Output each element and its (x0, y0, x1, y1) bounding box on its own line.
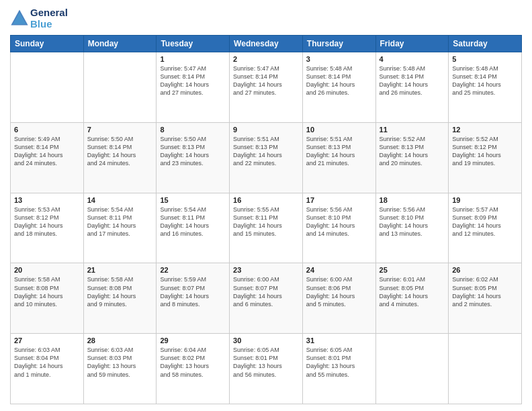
weekday-header-tuesday: Tuesday (157, 36, 230, 52)
day-number: 1 (160, 55, 226, 63)
cell-content: Sunrise: 5:50 AM Sunset: 8:14 PM Dayligh… (87, 135, 153, 168)
weekday-header-row: SundayMondayTuesdayWednesdayThursdayFrid… (11, 36, 522, 52)
calendar-cell: 27Sunrise: 6:03 AM Sunset: 8:04 PM Dayli… (11, 334, 84, 404)
day-number: 4 (380, 55, 445, 63)
day-number: 9 (233, 126, 299, 134)
calendar-week-3: 13Sunrise: 5:53 AM Sunset: 8:12 PM Dayli… (11, 193, 522, 263)
day-number: 24 (306, 266, 372, 274)
calendar-cell: 4Sunrise: 5:48 AM Sunset: 8:14 PM Daylig… (375, 52, 449, 123)
calendar-table: SundayMondayTuesdayWednesdayThursdayFrid… (10, 35, 522, 404)
day-number: 2 (233, 55, 299, 63)
weekday-header-saturday: Saturday (449, 36, 522, 52)
logo-icon (10, 9, 29, 28)
calendar-week-4: 20Sunrise: 5:58 AM Sunset: 8:08 PM Dayli… (11, 263, 522, 334)
day-number: 11 (380, 126, 445, 134)
cell-content: Sunrise: 5:50 AM Sunset: 8:13 PM Dayligh… (160, 135, 226, 168)
calendar-cell: 31Sunrise: 6:05 AM Sunset: 8:01 PM Dayli… (302, 334, 375, 404)
day-number: 29 (160, 336, 226, 345)
cell-content: Sunrise: 5:52 AM Sunset: 8:12 PM Dayligh… (452, 135, 518, 168)
calendar-cell: 23Sunrise: 6:00 AM Sunset: 8:07 PM Dayli… (230, 263, 303, 334)
calendar-cell: 14Sunrise: 5:54 AM Sunset: 8:11 PM Dayli… (83, 193, 157, 263)
day-number: 25 (380, 266, 445, 274)
day-number: 22 (160, 266, 226, 274)
weekday-header-monday: Monday (83, 36, 157, 52)
day-number: 31 (306, 336, 372, 345)
calendar-cell: 29Sunrise: 6:04 AM Sunset: 8:02 PM Dayli… (157, 334, 230, 404)
day-number: 13 (14, 196, 80, 204)
calendar-cell: 17Sunrise: 5:56 AM Sunset: 8:10 PM Dayli… (302, 193, 375, 263)
day-number: 10 (306, 126, 372, 134)
calendar-cell: 12Sunrise: 5:52 AM Sunset: 8:12 PM Dayli… (449, 122, 522, 193)
cell-content: Sunrise: 6:00 AM Sunset: 8:06 PM Dayligh… (306, 275, 372, 308)
calendar-cell (11, 52, 84, 123)
cell-content: Sunrise: 5:58 AM Sunset: 8:08 PM Dayligh… (14, 275, 80, 308)
day-number: 3 (306, 55, 372, 63)
cell-content: Sunrise: 5:51 AM Sunset: 8:13 PM Dayligh… (233, 135, 299, 168)
calendar-cell: 22Sunrise: 5:59 AM Sunset: 8:07 PM Dayli… (157, 263, 230, 334)
cell-content: Sunrise: 5:59 AM Sunset: 8:07 PM Dayligh… (160, 275, 226, 308)
weekday-header-friday: Friday (375, 36, 449, 52)
calendar-cell: 13Sunrise: 5:53 AM Sunset: 8:12 PM Dayli… (11, 193, 84, 263)
calendar-cell: 19Sunrise: 5:57 AM Sunset: 8:09 PM Dayli… (449, 193, 522, 263)
day-number: 6 (14, 126, 80, 134)
day-number: 14 (87, 196, 153, 204)
day-number: 30 (233, 336, 299, 345)
day-number: 19 (452, 196, 518, 204)
day-number: 8 (160, 126, 226, 134)
cell-content: Sunrise: 5:49 AM Sunset: 8:14 PM Dayligh… (14, 135, 80, 168)
weekday-header-thursday: Thursday (302, 36, 375, 52)
calendar-cell: 8Sunrise: 5:50 AM Sunset: 8:13 PM Daylig… (157, 122, 230, 193)
calendar-cell: 15Sunrise: 5:54 AM Sunset: 8:11 PM Dayli… (157, 193, 230, 263)
calendar-cell: 16Sunrise: 5:55 AM Sunset: 8:11 PM Dayli… (230, 193, 303, 263)
day-number: 20 (14, 266, 80, 274)
calendar-cell (83, 52, 157, 123)
day-number: 23 (233, 266, 299, 274)
cell-content: Sunrise: 5:57 AM Sunset: 8:09 PM Dayligh… (452, 205, 518, 238)
calendar-cell: 5Sunrise: 5:48 AM Sunset: 8:14 PM Daylig… (449, 52, 522, 123)
day-number: 12 (452, 126, 518, 134)
cell-content: Sunrise: 5:51 AM Sunset: 8:13 PM Dayligh… (306, 135, 372, 168)
cell-content: Sunrise: 5:58 AM Sunset: 8:08 PM Dayligh… (87, 275, 153, 308)
day-number: 18 (380, 196, 445, 204)
calendar-cell: 28Sunrise: 6:03 AM Sunset: 8:03 PM Dayli… (83, 334, 157, 404)
day-number: 17 (306, 196, 372, 204)
logo: General Blue (10, 7, 68, 30)
calendar-cell: 10Sunrise: 5:51 AM Sunset: 8:13 PM Dayli… (302, 122, 375, 193)
calendar-cell: 24Sunrise: 6:00 AM Sunset: 8:06 PM Dayli… (302, 263, 375, 334)
calendar-cell (449, 334, 522, 404)
calendar-week-5: 27Sunrise: 6:03 AM Sunset: 8:04 PM Dayli… (11, 334, 522, 404)
cell-content: Sunrise: 6:02 AM Sunset: 8:05 PM Dayligh… (452, 275, 518, 308)
day-number: 26 (452, 266, 518, 274)
cell-content: Sunrise: 5:48 AM Sunset: 8:14 PM Dayligh… (306, 64, 372, 97)
day-number: 27 (14, 336, 80, 345)
day-number: 15 (160, 196, 226, 204)
day-number: 16 (233, 196, 299, 204)
weekday-header-wednesday: Wednesday (230, 36, 303, 52)
day-number: 28 (87, 336, 153, 345)
calendar-cell: 18Sunrise: 5:56 AM Sunset: 8:10 PM Dayli… (375, 193, 449, 263)
day-number: 5 (452, 55, 518, 63)
cell-content: Sunrise: 5:48 AM Sunset: 8:14 PM Dayligh… (452, 64, 518, 97)
cell-content: Sunrise: 6:03 AM Sunset: 8:04 PM Dayligh… (14, 346, 80, 379)
cell-content: Sunrise: 5:54 AM Sunset: 8:11 PM Dayligh… (87, 205, 153, 238)
calendar-cell: 1Sunrise: 5:47 AM Sunset: 8:14 PM Daylig… (157, 52, 230, 123)
calendar-cell: 25Sunrise: 6:01 AM Sunset: 8:05 PM Dayli… (375, 263, 449, 334)
cell-content: Sunrise: 6:05 AM Sunset: 8:01 PM Dayligh… (233, 346, 299, 379)
cell-content: Sunrise: 6:05 AM Sunset: 8:01 PM Dayligh… (306, 346, 372, 379)
calendar-cell: 2Sunrise: 5:47 AM Sunset: 8:14 PM Daylig… (230, 52, 303, 123)
header: General Blue (10, 7, 522, 30)
calendar-week-1: 1Sunrise: 5:47 AM Sunset: 8:14 PM Daylig… (11, 52, 522, 123)
weekday-header-sunday: Sunday (11, 36, 84, 52)
cell-content: Sunrise: 5:48 AM Sunset: 8:14 PM Dayligh… (380, 64, 445, 97)
cell-content: Sunrise: 6:00 AM Sunset: 8:07 PM Dayligh… (233, 275, 299, 308)
calendar-week-2: 6Sunrise: 5:49 AM Sunset: 8:14 PM Daylig… (11, 122, 522, 193)
calendar-cell: 26Sunrise: 6:02 AM Sunset: 8:05 PM Dayli… (449, 263, 522, 334)
logo-text: General Blue (30, 7, 68, 30)
calendar-cell: 9Sunrise: 5:51 AM Sunset: 8:13 PM Daylig… (230, 122, 303, 193)
cell-content: Sunrise: 5:47 AM Sunset: 8:14 PM Dayligh… (160, 64, 226, 97)
page: General Blue SundayMondayTuesdayWednesda… (0, 0, 532, 411)
day-number: 21 (87, 266, 153, 274)
cell-content: Sunrise: 5:53 AM Sunset: 8:12 PM Dayligh… (14, 205, 80, 238)
calendar-cell: 7Sunrise: 5:50 AM Sunset: 8:14 PM Daylig… (83, 122, 157, 193)
cell-content: Sunrise: 5:55 AM Sunset: 8:11 PM Dayligh… (233, 205, 299, 238)
